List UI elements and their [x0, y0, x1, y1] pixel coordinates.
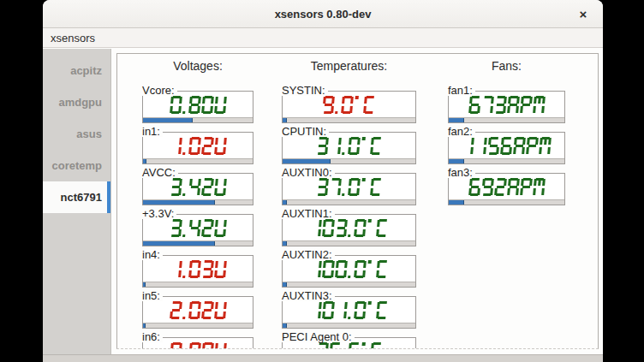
window-bottom-edge [43, 354, 603, 362]
sensor-progressbar [143, 240, 253, 246]
sensor-auxtin3: AUXTIN3: [282, 296, 416, 329]
sidebar-item-coretemp[interactable]: coretemp [43, 150, 110, 181]
sensor-progress-fill [143, 159, 146, 163]
sensor-3v3: +3.3V: [142, 214, 253, 246]
sidebar-item-asus[interactable]: asus [43, 118, 110, 150]
sensor-label: fan1: [448, 85, 475, 96]
sidebar-item-acpitz[interactable]: acpitz [43, 55, 110, 86]
sensor-label: +3.3V: [142, 208, 176, 219]
sensor-label: in1: [142, 126, 163, 137]
sensor-fan2: fan2: [448, 132, 565, 164]
sensor-label: in4: [142, 249, 163, 260]
sensor-in4: in4: [142, 255, 253, 288]
sensor-systin: SYSTIN: [282, 91, 416, 123]
column-header-fans: Fans: [448, 59, 565, 73]
sensor-in5: in5: [142, 296, 253, 329]
sensor-progress-fill [449, 200, 464, 205]
sensor-progressbar [143, 282, 253, 287]
sensor-progress-fill [143, 282, 146, 287]
sensor-progress-fill [143, 323, 146, 328]
sidebar-item-label: coretemp [51, 159, 102, 172]
sensor-panel: Voltages: Vcore: in1: [116, 53, 599, 349]
sensor-value [316, 178, 383, 196]
sidebar-item-label: nct6791 [61, 191, 102, 204]
sensor-progress-fill [283, 118, 287, 122]
main-area: acpitz amdgpu asus coretemp nct6791 [43, 49, 603, 354]
sensor-progress-fill [449, 159, 464, 163]
window-title: xsensors 0.80-dev [43, 0, 603, 28]
temperatures-column: Temperatures: SYSTIN: CPUTIN: [282, 54, 416, 348]
desktop-background: xsensors 0.80-dev × xsensors acpitz amdg… [0, 0, 644, 362]
close-button[interactable]: × [572, 3, 594, 26]
sensor-value [170, 96, 227, 114]
sensor-value [170, 137, 227, 155]
chip-tab-list: acpitz amdgpu asus coretemp nct6791 [43, 49, 111, 354]
fans-column: Fans: fan1: fan2: [448, 54, 565, 348]
sensor-auxtin0: AUXTIN0: [282, 173, 416, 205]
sensor-value [468, 178, 546, 196]
sensor-label: AUXTIN0: [282, 167, 335, 178]
sensor-label: AUXTIN1: [282, 208, 335, 219]
sensor-progress-fill [143, 118, 193, 122]
sensor-progress-fill [283, 323, 287, 328]
sensor-progress-fill [283, 241, 287, 246]
sensor-progressbar [143, 323, 253, 328]
sensor-in1: in1: [142, 132, 253, 164]
sensor-progressbar [283, 282, 415, 287]
sidebar-item-label: asus [76, 128, 102, 140]
sensor-progressbar [283, 158, 415, 163]
sensor-label: AVCC: [142, 167, 178, 178]
sensor-label: in5: [142, 290, 163, 301]
sensor-progress-fill [143, 241, 215, 246]
menubar: xsensors [43, 28, 603, 48]
sensor-progressbar [449, 158, 564, 163]
sensor-progressbar [283, 117, 415, 122]
sensor-progressbar [143, 117, 253, 122]
xsensors-window: xsensors 0.80-dev × xsensors acpitz amdg… [43, 0, 603, 362]
sidebar-item-label: acpitz [70, 64, 102, 77]
sensor-progressbar [449, 117, 564, 122]
sensor-label: fan2: [448, 126, 475, 137]
sensor-label: PECI Agent 0: [282, 331, 355, 342]
menu-xsensors[interactable]: xsensors [43, 28, 103, 48]
sensor-value [309, 260, 389, 278]
sensor-label: CPUTIN: [282, 126, 329, 137]
sensor-cputin: CPUTIN: [282, 132, 416, 164]
sensor-auxtin2: AUXTIN2: [282, 255, 416, 288]
sensor-label: AUXTIN2: [282, 249, 335, 260]
voltages-column: Voltages: Vcore: in1: [142, 54, 253, 348]
active-tab-indicator [107, 181, 110, 213]
sensor-value [309, 301, 389, 319]
sensor-fan3: fan3: [448, 173, 565, 205]
column-header-voltages: Voltages: [142, 59, 253, 73]
sensor-vcore: Vcore: [142, 91, 253, 123]
sensor-label: Vcore: [142, 85, 177, 96]
column-header-temperatures: Temperatures: [282, 59, 416, 73]
sidebar-item-amdgpu[interactable]: amdgpu [43, 86, 110, 118]
sensor-value [170, 178, 227, 196]
titlebar[interactable]: xsensors 0.80-dev × [43, 0, 603, 28]
sensor-in6: in6: [142, 337, 253, 349]
sidebar-item-nct6791[interactable]: nct6791 [43, 181, 110, 213]
sensor-peci-agent-0: PECI Agent 0: [282, 337, 416, 349]
sensor-progress-fill [143, 200, 215, 205]
sensor-label: in6: [142, 331, 163, 342]
sensor-value [170, 219, 227, 237]
sensor-progress-fill [449, 118, 464, 122]
sensor-value [462, 137, 552, 155]
sensor-progressbar [283, 199, 415, 205]
content-area: Voltages: Vcore: in1: [111, 49, 603, 354]
sensor-value [309, 219, 389, 237]
sensor-progress-fill [283, 159, 331, 163]
sensor-label: AUXTIN3: [282, 290, 335, 301]
sensor-progress-fill [283, 282, 287, 287]
sensor-label: SYSTIN: [282, 85, 328, 96]
sensor-value [170, 260, 227, 278]
sensor-label: fan3: [448, 167, 475, 178]
sensor-progressbar [143, 199, 253, 205]
sensor-value [170, 301, 227, 319]
sensor-auxtin1: AUXTIN1: [282, 214, 416, 246]
sensor-value [316, 137, 383, 155]
sensor-progressbar [283, 240, 415, 246]
sensor-fan1: fan1: [448, 91, 565, 123]
